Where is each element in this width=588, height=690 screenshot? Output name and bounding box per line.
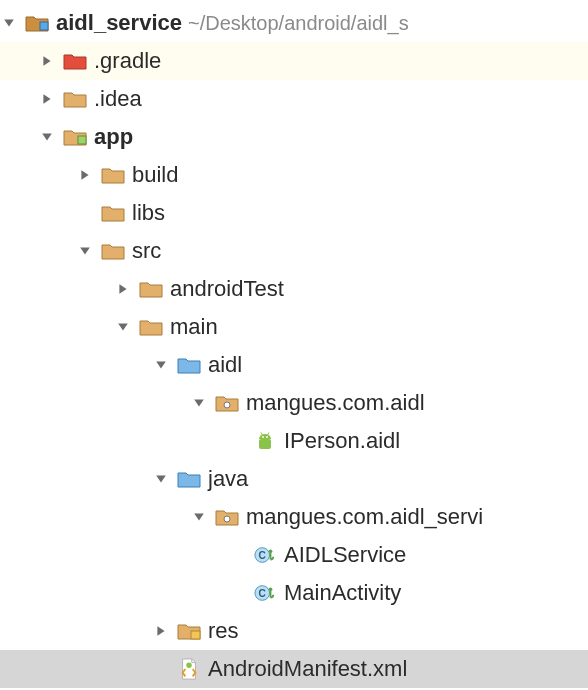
- svg-marker-3: [43, 94, 50, 104]
- svg-marker-27: [157, 626, 164, 636]
- tree-row-java-dir[interactable]: java: [0, 460, 588, 498]
- disclosure-down-icon[interactable]: [114, 318, 132, 336]
- svg-point-14: [262, 436, 264, 438]
- mainactivity-class-label: MainActivity: [284, 580, 401, 606]
- folder-icon: [138, 278, 164, 300]
- tree-row-java-pkg[interactable]: mangues.com.aidl_servi: [0, 498, 588, 536]
- disclosure-right-icon[interactable]: [76, 166, 94, 184]
- java-pkg-label: mangues.com.aidl_servi: [246, 504, 483, 530]
- app-module-label: app: [94, 124, 133, 150]
- manifest-file-icon: [176, 658, 202, 680]
- disclosure-right-icon[interactable]: [152, 622, 170, 640]
- tree-row-androidtest[interactable]: androidTest: [0, 270, 588, 308]
- source-folder-icon: [176, 468, 202, 490]
- svg-marker-19: [194, 513, 204, 520]
- svg-point-12: [224, 402, 230, 408]
- tree-row-root[interactable]: aidl_service ~/Desktop/android/aidl_s: [0, 4, 588, 42]
- build-dir-label: build: [132, 162, 178, 188]
- folder-icon: [100, 202, 126, 224]
- tree-row-aidlservice-class[interactable]: C AIDLService: [0, 536, 588, 574]
- idea-dir-label: .idea: [94, 86, 142, 112]
- project-tree[interactable]: aidl_service ~/Desktop/android/aidl_s .g…: [0, 0, 588, 688]
- disclosure-down-icon[interactable]: [76, 242, 94, 260]
- package-icon: [214, 506, 240, 528]
- root-name: aidl_service: [56, 10, 182, 36]
- folder-icon: [62, 88, 88, 110]
- main-dir-label: main: [170, 314, 218, 340]
- svg-marker-9: [118, 323, 128, 330]
- tree-row-aidl-pkg[interactable]: mangues.com.aidl: [0, 384, 588, 422]
- svg-text:C: C: [259, 588, 266, 599]
- resource-folder-icon: [176, 620, 202, 642]
- tree-row-res[interactable]: res: [0, 612, 588, 650]
- svg-point-23: [269, 550, 273, 554]
- package-icon: [214, 392, 240, 414]
- folder-icon: [100, 164, 126, 186]
- disclosure-right-icon[interactable]: [114, 280, 132, 298]
- svg-text:C: C: [259, 550, 266, 561]
- svg-marker-0: [4, 19, 14, 26]
- svg-rect-28: [191, 631, 200, 639]
- svg-marker-10: [156, 361, 166, 368]
- disclosure-down-icon[interactable]: [0, 14, 18, 32]
- svg-rect-1: [40, 22, 48, 30]
- module-folder-icon: [24, 12, 50, 34]
- svg-marker-6: [81, 170, 88, 180]
- disclosure-down-icon[interactable]: [152, 356, 170, 374]
- svg-point-15: [266, 436, 268, 438]
- disclosure-down-icon[interactable]: [38, 128, 56, 146]
- aidlservice-class-label: AIDLService: [284, 542, 406, 568]
- folder-icon: [138, 316, 164, 338]
- tree-row-mainactivity-class[interactable]: C MainActivity: [0, 574, 588, 612]
- tree-row-gradle[interactable]: .gradle: [0, 42, 588, 80]
- svg-point-26: [269, 588, 273, 592]
- disclosure-right-icon[interactable]: [38, 90, 56, 108]
- svg-line-16: [261, 433, 263, 436]
- folder-icon: [100, 240, 126, 262]
- svg-point-29: [186, 663, 192, 669]
- class-icon: C: [252, 582, 278, 604]
- disclosure-down-icon[interactable]: [190, 394, 208, 412]
- svg-point-20: [224, 516, 230, 522]
- android-module-folder-icon: [62, 126, 88, 148]
- tree-row-libs[interactable]: libs: [0, 194, 588, 232]
- root-path: ~/Desktop/android/aidl_s: [188, 12, 409, 35]
- class-icon: C: [252, 544, 278, 566]
- libs-dir-label: libs: [132, 200, 165, 226]
- android-file-icon: [252, 430, 278, 452]
- disclosure-down-icon[interactable]: [152, 470, 170, 488]
- tree-row-app[interactable]: app: [0, 118, 588, 156]
- svg-line-17: [268, 433, 270, 436]
- svg-marker-4: [42, 133, 52, 140]
- svg-marker-7: [80, 247, 90, 254]
- aidl-dir-label: aidl: [208, 352, 242, 378]
- disclosure-right-icon[interactable]: [38, 52, 56, 70]
- svg-rect-5: [78, 136, 86, 144]
- tree-row-idea[interactable]: .idea: [0, 80, 588, 118]
- tree-row-src[interactable]: src: [0, 232, 588, 270]
- svg-marker-18: [156, 475, 166, 482]
- excluded-folder-icon: [62, 50, 88, 72]
- aidl-pkg-label: mangues.com.aidl: [246, 390, 425, 416]
- tree-row-iperson-aidl[interactable]: IPerson.aidl: [0, 422, 588, 460]
- disclosure-down-icon[interactable]: [190, 508, 208, 526]
- java-dir-label: java: [208, 466, 248, 492]
- manifest-file-label: AndroidManifest.xml: [208, 656, 407, 682]
- svg-marker-11: [194, 399, 204, 406]
- svg-marker-2: [43, 56, 50, 66]
- res-dir-label: res: [208, 618, 239, 644]
- tree-row-build[interactable]: build: [0, 156, 588, 194]
- svg-rect-13: [259, 439, 271, 449]
- gradle-dir-label: .gradle: [94, 48, 161, 74]
- tree-row-aidl-dir[interactable]: aidl: [0, 346, 588, 384]
- androidtest-dir-label: androidTest: [170, 276, 284, 302]
- tree-row-main[interactable]: main: [0, 308, 588, 346]
- aidl-file-label: IPerson.aidl: [284, 428, 400, 454]
- svg-marker-8: [119, 284, 126, 294]
- source-folder-icon: [176, 354, 202, 376]
- src-dir-label: src: [132, 238, 161, 264]
- tree-row-manifest[interactable]: AndroidManifest.xml: [0, 650, 588, 688]
